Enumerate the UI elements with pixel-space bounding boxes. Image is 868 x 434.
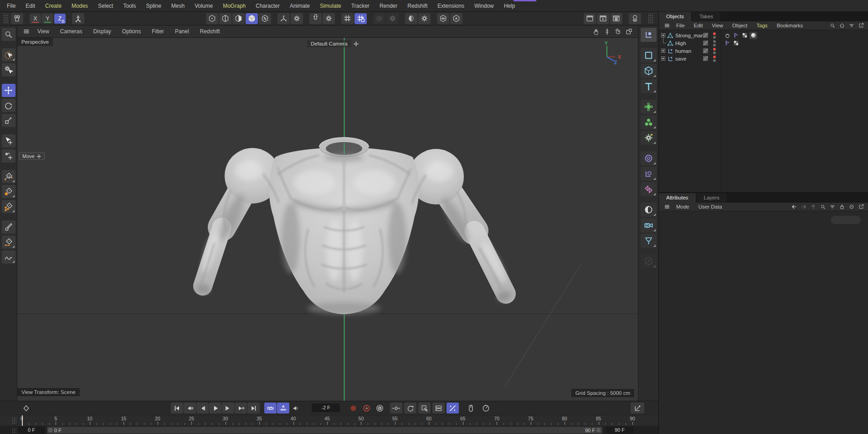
history-forward-button[interactable] — [801, 204, 807, 210]
add-instance-button[interactable] — [641, 167, 657, 181]
range-end-field[interactable]: 90 F — [606, 427, 633, 434]
render-to-picture-viewer-button[interactable] — [597, 13, 609, 24]
viewport-menu-icon[interactable] — [21, 26, 32, 36]
toolbar-drag-handle[interactable] — [3, 14, 8, 24]
brush-tool-button[interactable] — [2, 220, 15, 234]
objects-menu-bookmarks[interactable]: Bookmarks — [772, 21, 808, 30]
texture-mode-button[interactable] — [259, 13, 271, 24]
edges-mode-button[interactable] — [219, 13, 231, 24]
display-tag[interactable] — [741, 32, 748, 39]
falloff-button[interactable] — [373, 13, 385, 24]
menu-mograph[interactable]: MoGraph — [218, 0, 251, 12]
rotate-tool-button[interactable] — [2, 99, 15, 112]
menu-simulate[interactable]: Simulate — [315, 0, 346, 12]
coordinate-system-button[interactable] — [72, 13, 84, 24]
viewport-menu-display[interactable]: Display — [87, 26, 116, 38]
playhead[interactable] — [22, 415, 23, 426]
objects-menu-tags[interactable]: Tags — [752, 21, 772, 30]
points-mode-button[interactable] — [206, 13, 218, 24]
add-volume-button[interactable] — [641, 115, 657, 129]
polygon-pen-tool-button[interactable] — [2, 200, 15, 213]
phong-tag[interactable] — [732, 32, 740, 39]
lock-attributes-button[interactable] — [839, 204, 845, 210]
timeline-ruler[interactable]: 051015202530354045505560657075808590 — [0, 415, 658, 426]
goto-next-key-button[interactable] — [235, 403, 247, 414]
axis-z-button[interactable]: Z — [54, 14, 66, 24]
enable-snap-button[interactable] — [309, 13, 322, 24]
preview-range-slider[interactable]: 0 F90 F — [47, 427, 602, 434]
viewport-menu-filter[interactable]: Filter — [146, 26, 169, 38]
object-name[interactable]: High — [675, 41, 686, 46]
spline-pen-tool-button[interactable] — [2, 170, 15, 183]
add-generator-button[interactable] — [641, 100, 657, 114]
menu-character[interactable]: Character — [251, 0, 285, 12]
add-null-button[interactable] — [641, 28, 657, 42]
pan-view-button[interactable] — [591, 26, 601, 36]
camera-label[interactable]: Default Camera — [307, 40, 359, 47]
objects-menu-edit[interactable]: Edit — [689, 21, 708, 30]
visibility-dots[interactable] — [713, 56, 716, 62]
add-spline-button[interactable] — [641, 48, 657, 62]
ruler-drag-handle[interactable] — [12, 428, 16, 434]
live-selection-tool-button[interactable] — [2, 48, 15, 61]
object-row-human[interactable]: human — [659, 47, 868, 55]
objects-menu-file[interactable]: File — [672, 21, 689, 30]
simulation-move-tool-button[interactable] — [2, 149, 15, 163]
object-row-strong_man[interactable]: Strong_man — [659, 31, 868, 39]
menu-render[interactable]: Render — [375, 0, 402, 12]
menu-extensions[interactable]: Extensions — [432, 0, 469, 12]
play-mode-button[interactable]: A — [277, 403, 289, 414]
add-primitive-button[interactable] — [641, 64, 657, 78]
visibility-dots[interactable] — [713, 48, 716, 54]
tab-attributes-attributes[interactable]: Attributes — [659, 193, 696, 203]
zoom-view-button[interactable] — [601, 26, 612, 36]
parent-object-button[interactable] — [810, 204, 817, 210]
add-symmetry-button[interactable] — [641, 182, 657, 196]
goto-previous-frame-button[interactable] — [196, 403, 209, 414]
sketch-tool-tool-button[interactable] — [2, 235, 15, 249]
visibility-dots[interactable] — [713, 40, 716, 46]
scene-home-button[interactable] — [839, 22, 845, 29]
minimize-ui-button[interactable] — [418, 403, 431, 414]
scale-tool-button[interactable] — [2, 114, 15, 127]
interactive-render-region-button[interactable] — [629, 13, 641, 24]
current-frame-field[interactable]: -2 F — [312, 403, 340, 412]
expand-toggle[interactable] — [661, 33, 665, 37]
search-objects-button[interactable] — [829, 22, 836, 29]
timeline-ranges-button[interactable] — [432, 403, 445, 414]
menu-select[interactable]: Select — [93, 0, 118, 12]
timeline-mode-button[interactable] — [631, 403, 644, 414]
render-view-button[interactable] — [584, 13, 596, 24]
viewport-solo-button[interactable] — [437, 13, 449, 24]
menu-modes[interactable]: Modes — [67, 0, 93, 12]
menu-window[interactable]: Window — [469, 0, 499, 12]
tab-objects-objects[interactable]: Objects — [659, 12, 691, 21]
expand-toggle[interactable] — [661, 56, 665, 61]
play-forward-button[interactable] — [209, 403, 221, 414]
view-type-label[interactable]: Perspective — [17, 38, 53, 46]
object-name[interactable]: human — [675, 48, 691, 54]
make-editable-button[interactable] — [11, 13, 23, 24]
menu-redshift[interactable]: Redshift — [402, 0, 432, 12]
cycle-playback-button[interactable] — [264, 403, 277, 414]
spline-smooth-tool-button[interactable] — [2, 250, 15, 264]
menu-file[interactable]: File — [2, 0, 21, 12]
spline-primitives-tool-button[interactable] — [2, 185, 15, 198]
object-name[interactable]: save — [675, 56, 686, 61]
attributes-menu-mode[interactable]: Mode — [672, 203, 694, 211]
filter-attributes-button[interactable] — [829, 204, 836, 210]
model-mode-button[interactable] — [246, 13, 258, 24]
range-left-grip[interactable] — [49, 428, 52, 432]
material-tag[interactable] — [750, 32, 757, 39]
menu-create[interactable]: Create — [40, 0, 67, 12]
torso-model[interactable] — [195, 138, 513, 314]
goto-previous-key-button[interactable] — [184, 403, 196, 414]
sculpt-tools-button[interactable] — [641, 254, 657, 268]
animation-cycle-button[interactable] — [404, 403, 416, 414]
expand-toggle[interactable] — [661, 49, 665, 53]
enable-axis-modification-button[interactable] — [277, 13, 290, 24]
viewport-menu-view[interactable]: View — [32, 26, 55, 38]
axis-x-button[interactable]: X — [30, 14, 41, 24]
find-tool-button[interactable] — [2, 28, 15, 41]
selection-move-tool-button[interactable] — [2, 134, 15, 148]
